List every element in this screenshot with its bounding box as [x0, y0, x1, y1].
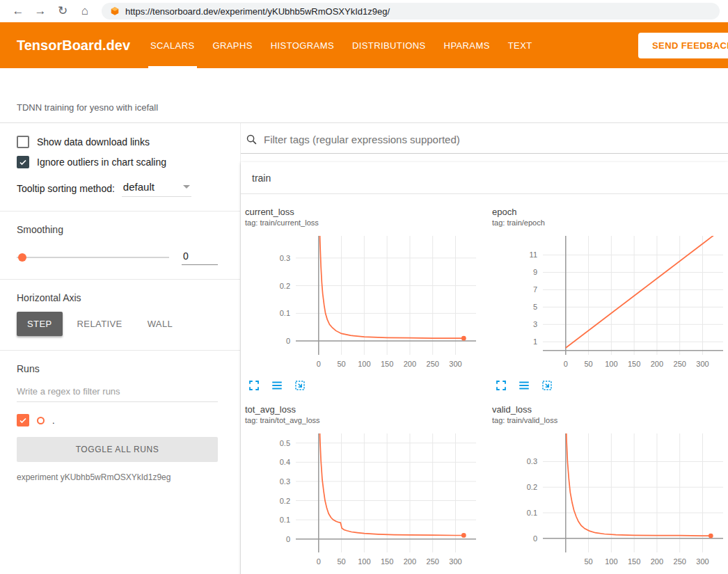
axis-buttons: STEPRELATIVEWALL	[17, 312, 218, 336]
y-axis-toggle-icon[interactable]	[271, 379, 283, 392]
ignore-outliers-checkbox[interactable]	[17, 156, 29, 168]
svg-text:0.3: 0.3	[280, 254, 290, 262]
svg-text:100: 100	[605, 557, 617, 566]
svg-text:300: 300	[449, 360, 461, 368]
chart-toolbar	[491, 379, 727, 392]
svg-text:200: 200	[651, 557, 663, 566]
filter-tags-row	[241, 126, 728, 154]
svg-text:0: 0	[317, 360, 321, 368]
chart-card: epochtag: train/epoch1357911050100150200…	[491, 207, 727, 392]
chart-card: tot_avg_losstag: train/tot_avg_loss00.10…	[244, 404, 480, 574]
reload-icon[interactable]: ↻	[53, 0, 72, 22]
header-nav: SCALARSGRAPHSHISTOGRAMSDISTRIBUTIONSHPAR…	[141, 22, 541, 68]
svg-text:1: 1	[533, 337, 537, 346]
smoothing-slider[interactable]	[17, 257, 169, 258]
ignore-outliers-label: Ignore outliers in chart scaling	[37, 157, 166, 168]
tab-distributions[interactable]: DISTRIBUTIONS	[343, 22, 435, 68]
run-list-item[interactable]: .	[17, 414, 218, 426]
tab-histograms[interactable]: HISTOGRAMS	[262, 22, 343, 68]
svg-text:200: 200	[651, 360, 663, 368]
scalars-dashboard: train current_losstag: train/current_los…	[241, 123, 728, 574]
fit-domain-icon[interactable]	[541, 379, 553, 392]
runs-filter-input[interactable]	[17, 386, 218, 397]
home-icon[interactable]: ⌂	[75, 0, 95, 22]
svg-text:150: 150	[628, 557, 640, 566]
axis-step-button[interactable]: STEP	[17, 312, 63, 336]
svg-text:150: 150	[381, 360, 393, 368]
filter-tags-input[interactable]	[264, 134, 728, 145]
chart-card: valid_losstag: train/valid_loss00.10.20.…	[491, 404, 727, 574]
app-header: TensorBoard.dev SCALARSGRAPHSHISTOGRAMSD…	[0, 22, 728, 68]
svg-text:50: 50	[584, 360, 592, 368]
svg-text:0.2: 0.2	[527, 483, 537, 491]
svg-text:0: 0	[533, 534, 537, 543]
svg-text:250: 250	[427, 360, 439, 368]
check-icon	[19, 158, 27, 166]
svg-text:300: 300	[449, 557, 461, 566]
address-bar[interactable]: https://tensorboard.dev/experiment/yKUbh…	[102, 3, 720, 19]
show-download-links-checkbox[interactable]	[17, 136, 29, 148]
svg-text:0.5: 0.5	[280, 439, 290, 447]
svg-text:11: 11	[530, 250, 537, 259]
chart-toolbar	[244, 379, 480, 392]
site-favicon	[110, 6, 120, 16]
send-feedback-button[interactable]: SEND FEEDBACK	[638, 33, 728, 58]
smoothing-value-input[interactable]	[182, 249, 218, 265]
axis-relative-button[interactable]: RELATIVE	[67, 312, 133, 336]
tab-hparams[interactable]: HPARAMS	[435, 22, 499, 68]
horizontal-axis-section: Horizontal Axis STEPRELATIVEWALL	[0, 280, 240, 351]
forward-icon[interactable]: →	[31, 0, 50, 22]
fullscreen-icon[interactable]	[495, 379, 507, 392]
svg-text:200: 200	[404, 557, 416, 566]
show-download-links-label: Show data download links	[37, 136, 150, 148]
tooltip-sorting-dropdown[interactable]: default	[122, 180, 191, 197]
svg-text:9: 9	[533, 268, 537, 276]
experiment-description: TDNN training for yesno with icefall	[17, 102, 158, 113]
line-chart-valid_loss[interactable]: 00.10.20.350100150200250300	[491, 430, 727, 571]
svg-text:7: 7	[533, 285, 537, 294]
svg-text:0.4: 0.4	[280, 458, 290, 466]
back-icon[interactable]: ←	[8, 0, 28, 22]
run-checkbox[interactable]	[17, 414, 29, 426]
chart-card: current_losstag: train/current_loss00.10…	[244, 207, 480, 392]
toggle-all-runs-button[interactable]: TOGGLE ALL RUNS	[17, 437, 218, 462]
chart-tag: tag: train/current_loss	[244, 218, 480, 227]
svg-text:0: 0	[286, 535, 290, 543]
tab-graphs[interactable]: GRAPHS	[204, 22, 262, 68]
search-icon	[246, 134, 258, 145]
fit-domain-icon[interactable]	[294, 379, 306, 392]
tag-group-card: train current_losstag: train/current_los…	[241, 162, 728, 574]
line-chart-tot_avg_loss[interactable]: 00.10.20.30.40.5050100150200250300	[244, 430, 480, 571]
show-download-links-row[interactable]: Show data download links	[17, 136, 218, 148]
svg-text:300: 300	[696, 360, 709, 368]
svg-text:5: 5	[533, 303, 537, 311]
smoothing-section: Smoothing	[0, 212, 240, 280]
tooltip-sorting-label: Tooltip sorting method:	[17, 183, 115, 194]
chevron-down-icon	[183, 185, 190, 192]
y-axis-toggle-icon[interactable]	[518, 379, 530, 392]
fullscreen-icon[interactable]	[248, 379, 260, 392]
runs-label: Runs	[17, 363, 218, 374]
line-chart-current_loss[interactable]: 00.10.20.3050100150200250300	[244, 232, 480, 373]
tab-text[interactable]: TEXT	[499, 22, 541, 68]
svg-text:0.3: 0.3	[280, 477, 290, 486]
tab-scalars[interactable]: SCALARS	[141, 22, 204, 68]
svg-text:50: 50	[584, 557, 592, 566]
tag-group-header[interactable]: train	[241, 162, 728, 194]
svg-text:0.2: 0.2	[280, 282, 290, 290]
smoothing-label: Smoothing	[17, 224, 218, 235]
svg-text:300: 300	[696, 557, 709, 566]
settings-sidebar: Show data download links Ignore outliers…	[0, 123, 241, 574]
browser-toolbar: ← → ↻ ⌂ https://tensorboard.dev/experime…	[0, 0, 728, 22]
chart-tag: tag: train/valid_loss	[491, 416, 727, 424]
chart-tag: tag: train/epoch	[491, 218, 727, 227]
axis-wall-button[interactable]: WALL	[137, 312, 184, 336]
ignore-outliers-row[interactable]: Ignore outliers in chart scaling	[17, 156, 218, 168]
smoothing-slider-thumb[interactable]	[18, 253, 26, 262]
experiment-id: experiment yKUbhb5wRmOSXYkId1z9eg	[17, 472, 218, 482]
line-chart-epoch[interactable]: 1357911050100150200250300	[491, 232, 727, 373]
svg-text:0.1: 0.1	[280, 309, 290, 317]
svg-text:0.2: 0.2	[280, 497, 290, 505]
chart-title: tot_avg_loss	[244, 404, 480, 415]
svg-text:3: 3	[533, 320, 537, 328]
